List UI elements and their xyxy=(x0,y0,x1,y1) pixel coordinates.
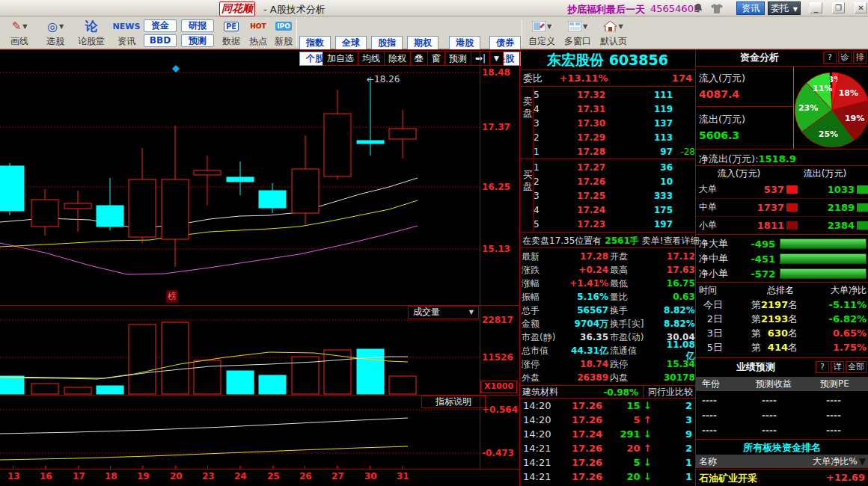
order-label: 大单 xyxy=(696,183,732,196)
bid-levels: 117.2736217.2610317.25333417.24175517.23… xyxy=(520,160,695,231)
level-volume: 175 xyxy=(605,205,673,215)
order-label: 小单 xyxy=(696,219,732,232)
rank-columns: 时间 总排名 大单净比 xyxy=(696,284,868,297)
level-price: 17.26 xyxy=(548,176,605,187)
funds-button[interactable]: 资金 xyxy=(144,19,177,32)
news-mode-button[interactable]: 资讯 xyxy=(736,1,765,15)
promo-link[interactable]: 抄底福利最后一天 xyxy=(567,3,645,16)
close-button[interactable]: ✕ xyxy=(855,2,867,13)
forecast-button[interactable]: 预测 xyxy=(181,34,214,47)
bid-level-2[interactable]: 217.2610 xyxy=(520,174,695,188)
nav-股指[interactable]: 股指 xyxy=(371,36,403,50)
chevron-down-icon: ▼ xyxy=(59,23,64,30)
level-volume: 111 xyxy=(605,90,673,100)
stat-label: 涨跌 xyxy=(522,264,568,277)
candlestick-chart[interactable] xyxy=(0,49,480,305)
level-price: 17.31 xyxy=(548,104,605,114)
big-order-notice[interactable]: 在卖盘17.35位置有2561手卖单!查看详细 xyxy=(520,234,695,247)
pencil-icon: ✎ xyxy=(12,19,22,33)
sort-down-icon[interactable]: ▼ xyxy=(859,456,868,467)
tick-time: 14:21 xyxy=(523,471,556,482)
nav-全球[interactable]: 全球 xyxy=(335,36,367,50)
performance-cell: ---- xyxy=(826,396,868,406)
kline-tool-除权[interactable]: 除权 xyxy=(385,51,411,66)
multi-window-button[interactable]: ▼ 多窗口 xyxy=(561,18,594,48)
bid-level-5[interactable]: 517.23197 xyxy=(520,217,695,231)
axis-label: 16.25 xyxy=(482,182,510,192)
tick-price: 17.26 xyxy=(556,457,602,468)
kline-tool-加自选[interactable]: 加自选 xyxy=(323,51,358,66)
kline-tool-均线[interactable]: 均线 xyxy=(358,51,385,66)
ask-level-1[interactable]: 117.2897-28 xyxy=(520,144,695,159)
kline-tool-叠[interactable]: 叠 xyxy=(411,51,428,66)
rank-period: 3日 xyxy=(696,327,727,340)
axis-label: 22817 xyxy=(482,315,513,325)
custom-icon xyxy=(532,21,545,31)
pie-label: 19% xyxy=(845,114,864,123)
bid-level-4[interactable]: 417.24175 xyxy=(520,203,695,217)
ask-level-5[interactable]: 517.32111 xyxy=(520,87,695,102)
custom-page-button[interactable]: ▼ 自定义 xyxy=(525,18,558,48)
kline-tool-预测[interactable]: 预测 xyxy=(445,51,471,66)
detail-button[interactable]: 详 xyxy=(831,361,844,373)
ipo-button[interactable]: IPO 新股 xyxy=(271,18,296,48)
funds-header: 资金分析 ? 诊 排 xyxy=(696,49,868,66)
jump-icon[interactable]: ➡| xyxy=(471,51,490,66)
chevron-down-icon[interactable]: ▼ xyxy=(490,51,504,66)
order-outflow: 1033 xyxy=(798,184,868,195)
default-page-button[interactable]: ▼ 默认页 xyxy=(597,18,630,48)
stat-label: 总市值 xyxy=(522,345,568,357)
rank-button[interactable]: 排 xyxy=(853,52,867,64)
net-value: -451 xyxy=(733,253,775,265)
help-button[interactable]: ? xyxy=(816,361,829,373)
data-button[interactable]: PE 数据 xyxy=(218,18,244,48)
news-button[interactable]: NEWS 资讯 xyxy=(109,18,144,48)
draw-line-button[interactable]: ✎▼ 画线 xyxy=(3,18,36,48)
help-button[interactable]: ? xyxy=(823,52,837,64)
stat-label: 换手[实] xyxy=(610,318,664,330)
industry-change: -0.98% xyxy=(558,387,643,398)
forum-button[interactable]: 论 论股堂 xyxy=(75,18,108,48)
minimize-button[interactable]: _ xyxy=(810,2,822,13)
diagnose-button[interactable]: 诊 xyxy=(838,52,852,64)
performance-cell: ---- xyxy=(762,396,826,406)
level-delta: -28 xyxy=(673,147,695,157)
all-button[interactable]: 全部 xyxy=(846,361,867,373)
nav-债券[interactable]: 债券 xyxy=(489,36,521,50)
nav-期权[interactable]: 期权 xyxy=(407,36,438,50)
industry-compare-button[interactable]: 同行业比较 xyxy=(643,386,693,399)
bid-level-3[interactable]: 317.25333 xyxy=(520,188,695,203)
nav-指数[interactable]: 指数 xyxy=(299,36,331,50)
indicator-help-button[interactable]: 指标说明 xyxy=(421,396,486,408)
sector-row[interactable]: 石油矿业开采 +12.69 xyxy=(699,472,865,485)
order-inflow: 1737 xyxy=(732,202,798,213)
rank-period: 5日 xyxy=(696,341,727,354)
level-price: 17.28 xyxy=(548,147,605,157)
stat-value: 15.34 xyxy=(664,359,697,369)
shirt-icon[interactable] xyxy=(711,4,723,13)
bbd-button[interactable]: BBD xyxy=(144,34,177,47)
level-num: 3 xyxy=(534,191,548,201)
kline-tool-窗[interactable]: 窗 xyxy=(428,51,445,66)
volume-indicator-select[interactable]: 成交量▼ xyxy=(408,306,479,319)
level-price: 17.27 xyxy=(548,162,605,173)
ask-levels: 517.32111417.31119317.30137217.29113117.… xyxy=(520,87,695,159)
ask-level-2[interactable]: 217.29113 xyxy=(520,130,695,144)
date-label: 25 xyxy=(267,471,280,482)
rank-tag[interactable]: 榜 xyxy=(166,290,178,303)
trade-entrust-button[interactable]: 委托 ▼ xyxy=(768,1,801,15)
ask-level-3[interactable]: 317.30137 xyxy=(520,116,695,130)
home-icon xyxy=(604,21,617,31)
hot-button[interactable]: HOT 热点 xyxy=(245,18,271,48)
bid-level-1[interactable]: 117.2736 xyxy=(520,160,695,174)
date-label: 17 xyxy=(73,471,85,482)
date-label: 19 xyxy=(137,471,150,482)
stock-picker-button[interactable]: ◎▼ 选股 xyxy=(39,18,72,48)
restore-button[interactable]: ❐ xyxy=(832,2,845,13)
research-button[interactable]: 研报 xyxy=(181,19,214,32)
ask-level-4[interactable]: 417.31119 xyxy=(520,102,695,116)
nav-港股[interactable]: 港股 xyxy=(449,36,480,50)
tick-time: 14:20 xyxy=(523,414,556,425)
rank-value: 第2193名 xyxy=(727,313,822,326)
bell-icon[interactable] xyxy=(693,3,703,14)
